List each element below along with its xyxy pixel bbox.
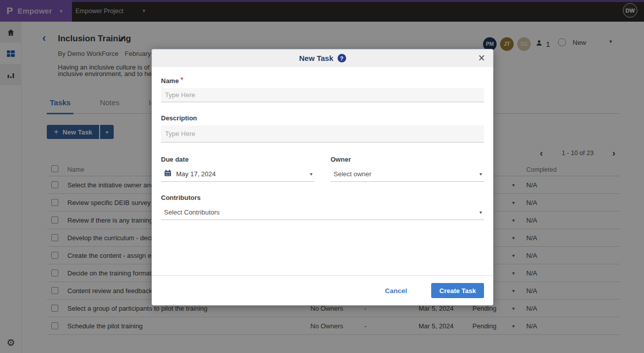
contributors-label: Contributors (161, 194, 201, 201)
modal-body: Name* Description Due date (152, 67, 493, 275)
owner-field-group: Owner Select owner ▾ (331, 155, 484, 182)
contributors-placeholder: Select Contributors (164, 208, 475, 216)
app-root: P Empower ▾ Empower Project ▾ DW (0, 0, 644, 353)
calendar-icon (164, 169, 172, 179)
chevron-down-icon: ▾ (479, 171, 482, 177)
chevron-down-icon: ▾ (479, 209, 482, 215)
chevron-down-icon: ▾ (310, 171, 312, 177)
due-date-field-group: Due date May 17, 20 (161, 155, 314, 182)
help-icon[interactable]: ? (338, 54, 346, 62)
contributors-select[interactable]: Select Contributors ▾ (161, 205, 484, 220)
due-date-label: Due date (161, 156, 189, 163)
cancel-button[interactable]: Cancel (382, 287, 410, 295)
description-label: Description (161, 114, 197, 122)
modal-title: New Task (299, 54, 333, 62)
name-label: Name (161, 77, 179, 85)
description-field-group: Description (161, 113, 484, 143)
new-task-modal: New Task ? × Name* Description Due date (151, 49, 494, 306)
close-icon[interactable]: × (477, 51, 486, 65)
date-owner-row: Due date May 17, 20 (161, 155, 484, 182)
modal-footer: Cancel Create Task (152, 275, 493, 305)
owner-label: Owner (331, 156, 351, 163)
name-field-group: Name* (161, 76, 484, 102)
task-name-input[interactable] (161, 88, 484, 102)
contributors-field-group: Contributors Select Contributors ▾ (161, 193, 484, 220)
modal-header: New Task ? × (152, 49, 493, 67)
due-date-picker[interactable]: May 17, 2024 ▾ (161, 167, 314, 182)
create-task-button[interactable]: Create Task (431, 283, 484, 298)
task-description-input[interactable] (161, 125, 484, 143)
due-date-value: May 17, 2024 (176, 170, 305, 178)
required-asterisk: * (180, 76, 183, 85)
owner-placeholder: Select owner (334, 170, 475, 178)
owner-select[interactable]: Select owner ▾ (331, 167, 484, 182)
